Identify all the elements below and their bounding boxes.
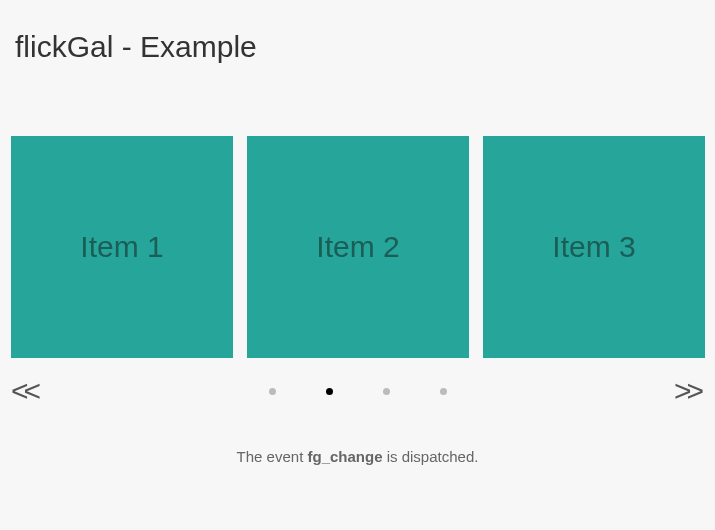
carousel-item-label: Item 3 bbox=[552, 230, 635, 264]
status-text: The event fg_change is dispatched. bbox=[0, 448, 715, 465]
pagination-dot[interactable] bbox=[440, 388, 447, 395]
carousel-item[interactable]: Item 2 bbox=[247, 136, 469, 358]
pagination-dot[interactable] bbox=[326, 388, 333, 395]
next-button[interactable]: >> bbox=[674, 376, 704, 406]
pagination-dot[interactable] bbox=[383, 388, 390, 395]
carousel-item-label: Item 2 bbox=[316, 230, 399, 264]
carousel: Item 1 Item 2 Item 3 bbox=[0, 136, 715, 358]
carousel-item-label: Item 1 bbox=[80, 230, 163, 264]
carousel-track[interactable]: Item 1 Item 2 Item 3 bbox=[11, 136, 704, 358]
pagination-dots bbox=[269, 388, 447, 395]
pagination-dot[interactable] bbox=[269, 388, 276, 395]
page-title: flickGal - Example bbox=[0, 0, 715, 64]
prev-button[interactable]: << bbox=[11, 376, 41, 406]
carousel-item[interactable]: Item 3 bbox=[483, 136, 705, 358]
carousel-item[interactable]: Item 1 bbox=[11, 136, 233, 358]
status-prefix: The event bbox=[237, 448, 308, 465]
status-suffix: is dispatched. bbox=[383, 448, 479, 465]
status-event-name: fg_change bbox=[307, 448, 382, 465]
carousel-controls: << >> bbox=[0, 358, 715, 406]
